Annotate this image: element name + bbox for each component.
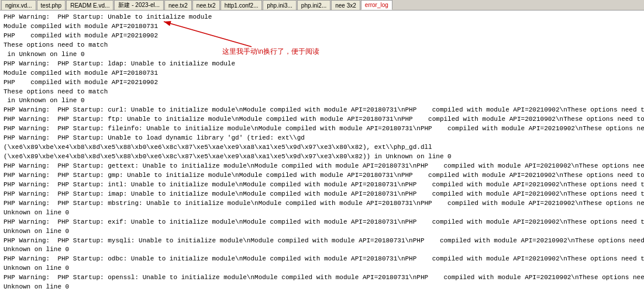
log-line: PHP Warning: PHP Startup: gettext: Unabl… — [4, 162, 640, 171]
log-line: PHP Warning: PHP Startup: openssl: Unabl… — [4, 273, 640, 283]
tab-nee-3[interactable]: nee 3x2 — [331, 0, 360, 10]
tab-http1-conf[interactable]: http1.conf2... — [221, 0, 263, 10]
log-line: PHP compiled with module API=20210902 — [4, 32, 640, 41]
log-line: Unknown on line 0 — [4, 208, 640, 218]
log-line: PHP Warning: PHP Startup: odbc: Unable t… — [4, 255, 640, 264]
log-line: PHP Warning: PHP Startup: Unable to init… — [4, 13, 640, 22]
log-line: PHP Warning: PHP Startup: ldap: Unable t… — [4, 60, 640, 69]
tab-readme[interactable]: READM E.vd... — [66, 0, 113, 10]
log-line: PHP Warning: PHP Startup: ftp: Unable to… — [4, 115, 640, 124]
log-line: PHP Warning: PHP Startup: curl: Unable t… — [4, 106, 640, 115]
log-line: PHP Warning: PHP Startup: exif: Unable t… — [4, 218, 640, 227]
log-line: PHP Warning: PHP Startup: imap: Unable t… — [4, 190, 640, 199]
log-line: PHP Warning: PHP Startup: fileinfo: Unab… — [4, 124, 640, 134]
log-line: Unknown on line 0 — [4, 264, 640, 273]
log-line: Unknown on line 0 — [4, 245, 640, 255]
log-line: Module compiled with module API=20180731 — [4, 22, 640, 32]
log-line: Module compiled with module API=20180731 — [4, 69, 640, 78]
log-line: (\xe6\x89\xbe\xe4\xb8\x8d\xe5\x88\xb0\xe… — [4, 152, 640, 162]
log-line: in Unknown on line 0 — [4, 96, 640, 106]
tab-nee-2[interactable]: nee.tx2 — [192, 0, 220, 10]
log-line: PHP compiled with module API=20210902 — [4, 78, 640, 88]
log-line: PHP Warning: PHP Startup: mysqli: Unable… — [4, 237, 640, 246]
tab-php-ini-2[interactable]: php.ini2... — [297, 0, 330, 10]
log-line: PHP Warning: PHP Startup: Unable to load… — [4, 134, 640, 143]
log-line: These options need to match — [4, 41, 640, 50]
tab-php-ini-3[interactable]: php.ini3... — [263, 0, 296, 10]
tab-error-log[interactable]: error_log — [361, 0, 392, 10]
log-line: Unknown on line 0 — [4, 283, 640, 292]
content-area: 这里我手动\n换行了，便于阅读 PHP Warning: PHP Startup… — [0, 11, 644, 292]
tab-nginx[interactable]: nginx.vd... — [1, 0, 36, 10]
log-line: in Unknown on line 0 — [4, 50, 640, 60]
log-line: These options need to match — [4, 88, 640, 97]
tab-new-2023[interactable]: 新建 - 2023-el... — [114, 0, 164, 10]
log-line: Unknown on line 0 — [4, 227, 640, 237]
log-line: (\xe6\x89\xbe\xe4\xb8\x8d\xe5\x88\xb0\xe… — [4, 143, 640, 152]
log-content: PHP Warning: PHP Startup: Unable to init… — [4, 13, 640, 292]
log-line: PHP Warning: PHP Startup: gmp: Unable to… — [4, 171, 640, 180]
tab-test-php[interactable]: test.php — [37, 0, 66, 10]
tab-bar: nginx.vd... test.php READM E.vd... 新建 - … — [0, 0, 644, 11]
tab-nee-1[interactable]: nee.tx2 — [164, 0, 192, 10]
log-line: PHP Warning: PHP Startup: intl: Unable t… — [4, 180, 640, 190]
log-line: PHP Warning: PHP Startup: mbstring: Unab… — [4, 199, 640, 208]
